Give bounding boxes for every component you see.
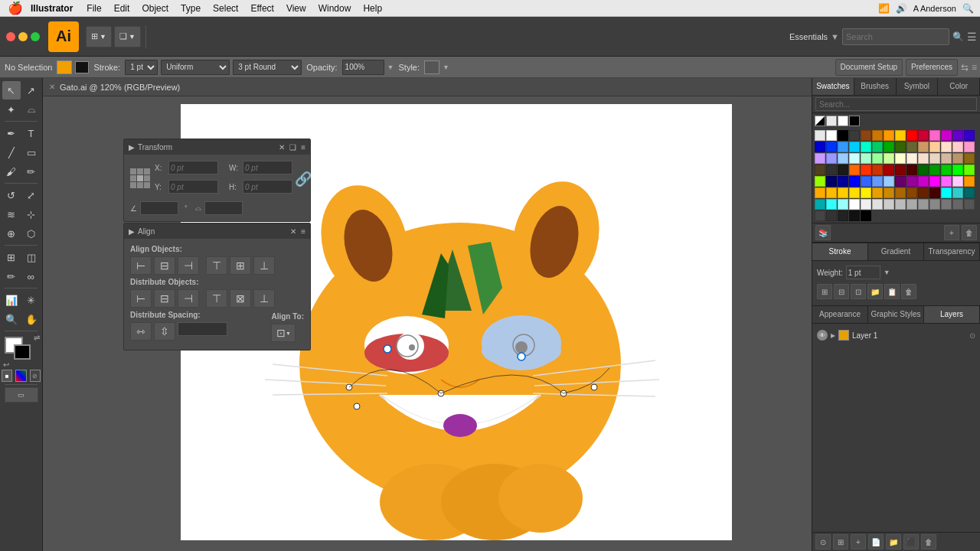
- rectangle-tool[interactable]: ▭: [22, 143, 41, 161]
- swatch-white[interactable]: [838, 116, 848, 126]
- tab-close-btn[interactable]: ✕: [49, 83, 55, 91]
- swatch-color-8[interactable]: [906, 130, 917, 141]
- stroke-arrange-icon-4[interactable]: 📁: [867, 284, 883, 299]
- document-setup-button[interactable]: Document Setup: [835, 59, 903, 76]
- swatch-color-89[interactable]: [872, 199, 883, 210]
- none-mode-btn[interactable]: ⊘: [30, 370, 41, 382]
- swatch-color-15[interactable]: [826, 142, 837, 152]
- swatch-color-82[interactable]: [952, 187, 963, 198]
- swatch-color-95[interactable]: [941, 199, 952, 210]
- hand-tool[interactable]: ✋: [22, 310, 41, 328]
- pencil-tool[interactable]: ✏: [22, 162, 41, 181]
- stroke-arrange-icon-6[interactable]: 🗑: [901, 284, 916, 299]
- swatch-color-86[interactable]: [838, 199, 848, 210]
- shape-builder-tool[interactable]: ⊕: [2, 224, 21, 243]
- swatch-black[interactable]: [849, 116, 860, 126]
- swatch-color-59[interactable]: [849, 176, 860, 187]
- ref-point-br[interactable]: [144, 182, 150, 188]
- swatch-color-30[interactable]: [838, 153, 848, 164]
- swatch-color-78[interactable]: [906, 187, 917, 198]
- layer-1-lock[interactable]: ⊙: [969, 331, 975, 340]
- swatch-color-37[interactable]: [918, 153, 929, 164]
- angle-input[interactable]: [140, 201, 178, 215]
- swatch-color-10[interactable]: [929, 130, 940, 141]
- align-right-btn[interactable]: ⊣: [178, 256, 199, 275]
- swatch-color-91[interactable]: [895, 199, 906, 210]
- swatch-color-2[interactable]: [838, 130, 848, 141]
- dist-spacing-v-btn[interactable]: ⇳: [154, 322, 175, 341]
- arrange-btn[interactable]: ❏ ▼: [114, 26, 141, 47]
- scale-tool[interactable]: ⤢: [22, 186, 41, 204]
- direct-selection-tool[interactable]: ↗: [22, 81, 41, 99]
- swatch-color-29[interactable]: [826, 153, 837, 164]
- shear-input[interactable]: [204, 201, 243, 215]
- swatch-color-75[interactable]: [872, 187, 883, 198]
- swatch-color-55[interactable]: [964, 165, 975, 175]
- dist-center-h-btn[interactable]: ⊟: [154, 289, 175, 308]
- reset-colors-btn[interactable]: ↩: [3, 360, 9, 369]
- menu-type[interactable]: Type: [175, 3, 207, 14]
- swatch-color-24[interactable]: [929, 142, 940, 152]
- swatch-none[interactable]: [815, 116, 825, 126]
- selection-tool[interactable]: ↖: [2, 81, 21, 99]
- swatch-color-73[interactable]: [849, 187, 860, 198]
- menu-panel-icon[interactable]: ☰: [967, 31, 977, 43]
- swatch-color-54[interactable]: [952, 165, 963, 175]
- align-panel-header[interactable]: ▶ Align ✕ ≡: [124, 223, 310, 239]
- swatch-color-97[interactable]: [964, 199, 975, 210]
- type-tool[interactable]: T: [22, 124, 41, 142]
- swatch-color-99[interactable]: [826, 210, 837, 221]
- swatch-color-74[interactable]: [861, 187, 871, 198]
- swatch-color-70[interactable]: [815, 187, 825, 198]
- move-to-layer-btn[interactable]: 📁: [886, 534, 901, 549]
- swatch-color-19[interactable]: [872, 142, 883, 152]
- swatch-color-52[interactable]: [929, 165, 940, 175]
- swatch-color-77[interactable]: [895, 187, 906, 198]
- swatch-color-62[interactable]: [884, 176, 894, 187]
- swatch-color-26[interactable]: [952, 142, 963, 152]
- free-transform-tool[interactable]: ⊹: [22, 205, 41, 223]
- swatch-color-28[interactable]: [815, 153, 825, 164]
- swatch-color-32[interactable]: [861, 153, 871, 164]
- swatch-color-98[interactable]: [815, 210, 825, 221]
- style-swatch[interactable]: [424, 60, 439, 74]
- swatch-color-9[interactable]: [918, 130, 929, 141]
- eyedropper-tool[interactable]: ✏: [2, 267, 21, 285]
- h-input[interactable]: [243, 180, 292, 194]
- menu-select[interactable]: Select: [207, 3, 244, 14]
- tab-symbol[interactable]: Symbol: [897, 78, 939, 95]
- ref-point-tc[interactable]: [137, 168, 143, 174]
- pen-tool[interactable]: ✒: [2, 124, 21, 142]
- swatch-color-102[interactable]: [861, 210, 871, 221]
- search-field[interactable]: [842, 28, 949, 45]
- magic-wand-tool[interactable]: ✦: [2, 100, 21, 119]
- tab-transparency[interactable]: Transparency: [924, 243, 980, 260]
- swatch-color-79[interactable]: [918, 187, 929, 198]
- menu-edit[interactable]: Edit: [108, 3, 136, 14]
- tab-appearance[interactable]: Appearance: [812, 306, 868, 323]
- color-mode-btn[interactable]: ■: [2, 370, 12, 382]
- align-left-btn[interactable]: ⊢: [130, 256, 152, 275]
- swatch-color-61[interactable]: [872, 176, 883, 187]
- swatch-color-23[interactable]: [918, 142, 929, 152]
- delete-layer-btn[interactable]: 🗑: [921, 534, 936, 549]
- stroke-arrange-icon-3[interactable]: ⊡: [851, 284, 866, 299]
- swatch-color-17[interactable]: [849, 142, 860, 152]
- align-center-v-btn[interactable]: ⊞: [230, 256, 251, 275]
- stroke-weight-input[interactable]: [846, 266, 880, 279]
- swatch-color-66[interactable]: [929, 176, 940, 187]
- opacity-input[interactable]: [342, 60, 384, 75]
- swatch-color-64[interactable]: [906, 176, 917, 187]
- swatch-color-21[interactable]: [895, 142, 906, 152]
- canvas-background[interactable]: ▶ Transform ✕ ❏ ≡: [43, 96, 812, 551]
- swatch-color-51[interactable]: [918, 165, 929, 175]
- new-sublayer-btn[interactable]: +: [851, 534, 866, 549]
- document-profile-btn[interactable]: ⊞ ▼: [86, 26, 112, 47]
- ref-point-tl[interactable]: [130, 168, 136, 174]
- search-submit-icon[interactable]: 🔍: [952, 31, 964, 42]
- swatch-color-0[interactable]: [815, 130, 825, 141]
- swatch-color-63[interactable]: [895, 176, 906, 187]
- tab-gradient[interactable]: Gradient: [868, 243, 924, 260]
- tab-stroke[interactable]: Stroke: [812, 243, 868, 260]
- menu-effect[interactable]: Effect: [244, 3, 279, 14]
